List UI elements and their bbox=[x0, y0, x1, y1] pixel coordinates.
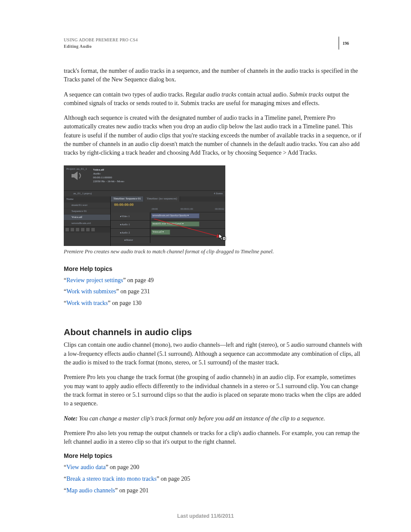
tiny-icon bbox=[91, 228, 95, 231]
note-lead: Note: bbox=[64, 415, 78, 422]
help-tail: ” on page 49 bbox=[123, 277, 154, 283]
speaker-icon bbox=[71, 171, 84, 181]
track-body: severalboats.avi Opacity:Opacity ▾ bbox=[150, 212, 225, 220]
help-link[interactable]: Review project settings bbox=[66, 277, 123, 283]
list-item: Sequence 01 bbox=[64, 208, 110, 215]
help-link-line: “Map audio channels” on page 201 bbox=[64, 485, 364, 497]
more-help-heading-2: More Help topics bbox=[64, 452, 364, 459]
col-header-name: Name bbox=[64, 196, 110, 202]
tick: :00:00 bbox=[151, 208, 158, 210]
help-link[interactable]: Work with tracks bbox=[66, 300, 108, 306]
para-2c: contain actual audio. bbox=[236, 91, 289, 98]
page-number: 196 bbox=[342, 41, 349, 46]
timecode: 00:00:00:00 bbox=[111, 202, 150, 207]
tick: 00:00:02 bbox=[215, 208, 224, 210]
clip-duration: 00:00:11:00000 bbox=[93, 176, 125, 180]
help-link[interactable]: View audio data bbox=[66, 464, 106, 470]
project-panel-header: Project: au_01_1 Voice.aif Audio 00:00:1… bbox=[64, 165, 225, 190]
clip-info: Voice.aif Audio 00:00:11:00000 22050 Hz … bbox=[93, 168, 125, 184]
tiny-icon bbox=[86, 228, 90, 231]
sec2-note: Note: You can change a master clip's tra… bbox=[64, 414, 364, 423]
note-body: You can change a master clip's track for… bbox=[78, 415, 325, 422]
para-2a: A sequence can contain two types of audi… bbox=[64, 91, 206, 98]
track-video1: ▸ Video 1 severalboats.avi Opacity:Opaci… bbox=[111, 212, 225, 221]
term-submix-tracks: Submix tracks bbox=[290, 91, 324, 98]
tiny-icon bbox=[65, 228, 69, 231]
clip-audio2: Voice.aif ▾ bbox=[151, 230, 170, 235]
svg-marker-0 bbox=[72, 171, 78, 180]
items-count: 4 Items bbox=[120, 192, 225, 195]
help-link[interactable]: Map audio channels bbox=[66, 487, 115, 494]
list-item: severalboats.avi bbox=[64, 221, 110, 227]
track-master: ▸ Master bbox=[111, 237, 225, 243]
help-link-line: “Break a stereo track into mono tracks” … bbox=[64, 473, 364, 485]
para-3: Although each sequence is created with t… bbox=[64, 114, 364, 157]
timeline-tab-active: Timeline: Sequence 01 bbox=[111, 196, 144, 202]
track-head-master: ▸ Master bbox=[111, 237, 150, 243]
bin-label: au_01_1.prproj bbox=[64, 192, 120, 195]
help-link-line: “Work with submixes” on page 231 bbox=[64, 286, 364, 298]
clip-kind: Audio bbox=[93, 172, 125, 176]
tiny-icon bbox=[76, 228, 79, 231]
ruler: :00:00 00:00:01:00 00:00:02 bbox=[150, 208, 225, 212]
tick: 00:00:01:00 bbox=[181, 208, 193, 210]
help-tail: ” on page 201 bbox=[115, 487, 149, 494]
help-tail: ” on page 200 bbox=[106, 464, 139, 470]
clip-name: Voice.aif bbox=[93, 168, 125, 172]
term-audio-tracks: audio tracks bbox=[206, 91, 237, 98]
track-head-video1: ▸ Video 1 bbox=[111, 212, 150, 220]
header-right: 196 bbox=[339, 37, 364, 50]
project-title: Project: au_01_1 bbox=[66, 167, 223, 171]
page: USING ADOBE PREMIERE PRO CS4 Editing Aud… bbox=[0, 0, 411, 532]
track-audio1: ▸ Audio 1 music01.wav Volume:Level ▾ bbox=[111, 221, 225, 229]
section2-body: Clips can contain one audio channel (mon… bbox=[64, 341, 364, 446]
book-title: USING ADOBE PREMIERE PRO CS4 bbox=[64, 37, 339, 43]
page-header: USING ADOBE PREMIERE PRO CS4 Editing Aud… bbox=[64, 37, 364, 50]
track-head-audio1: ▸ Audio 1 bbox=[111, 221, 150, 228]
track-label: Video 1 bbox=[121, 215, 130, 218]
sec2-p2: Premiere Pro lets you change the track f… bbox=[64, 373, 364, 408]
sec2-p3: Premiere Pro also lets you remap the out… bbox=[64, 429, 364, 447]
body-text: track's format, the number of audio trac… bbox=[64, 67, 364, 158]
para-2: A sequence can contain two types of audi… bbox=[64, 90, 364, 108]
sec2-p1: Clips can contain one audio channel (mon… bbox=[64, 341, 364, 367]
help-tail: ” on page 205 bbox=[156, 476, 190, 482]
track-head-audio2: ▸ Audio 2 bbox=[111, 229, 150, 236]
panels-area: Name music01.wav Sequence 01 Voice.aif s… bbox=[64, 196, 225, 246]
para-1: track's format, the number of audio trac… bbox=[64, 67, 364, 84]
timeline-panel: Timeline: Sequence 01 Timeline: (no sequ… bbox=[111, 196, 225, 246]
track-label: Audio 1 bbox=[121, 223, 130, 226]
cursor-copy-icon bbox=[218, 233, 226, 241]
tiny-icon bbox=[81, 228, 84, 231]
list-item: music01.wav bbox=[64, 202, 110, 208]
list-item-selected: Voice.aif bbox=[64, 215, 110, 221]
footer-last-updated: Last updated 11/6/2011 bbox=[0, 513, 411, 519]
clip-audio-info: 22050 Hz - 16-bit - Mono bbox=[93, 180, 125, 184]
help-link-line: “View audio data” on page 200 bbox=[64, 462, 364, 473]
help-link[interactable]: Work with submixes bbox=[66, 288, 116, 295]
tiny-icon bbox=[71, 228, 74, 231]
timeline-tabs: Timeline: Sequence 01 Timeline: (no sequ… bbox=[111, 196, 225, 202]
header-divider bbox=[339, 37, 339, 50]
more-help-heading-1: More Help topics bbox=[64, 265, 364, 272]
project-list: Name music01.wav Sequence 01 Voice.aif s… bbox=[64, 196, 111, 246]
track-label: Master bbox=[126, 239, 133, 241]
chapter-title: Editing Audio bbox=[64, 43, 339, 50]
timeline-tab: Timeline: (no sequences) bbox=[144, 196, 180, 202]
help-tail: ” on page 130 bbox=[108, 300, 141, 306]
project-footer-icons bbox=[64, 227, 110, 233]
track-label: Audio 2 bbox=[121, 231, 130, 234]
help-link[interactable]: Break a stereo track into mono tracks bbox=[66, 476, 156, 482]
track-audio2: ▸ Audio 2 Voice.aif ▾ bbox=[111, 229, 225, 237]
project-bin-row: au_01_1.prproj 4 Items bbox=[64, 190, 225, 196]
clip-audio1: music01.wav Volume:Level ▾ bbox=[151, 221, 199, 227]
help-link-line: “Review project settings” on page 49 bbox=[64, 275, 364, 286]
screenshot-caption: Premiere Pro creates new audio track to … bbox=[64, 249, 364, 255]
clip-video: severalboats.avi Opacity:Opacity ▾ bbox=[151, 213, 199, 218]
screenshot: Project: au_01_1 Voice.aif Audio 00:00:1… bbox=[64, 165, 225, 246]
header-left: USING ADOBE PREMIERE PRO CS4 Editing Aud… bbox=[64, 37, 339, 50]
track-body: music01.wav Volume:Level ▾ bbox=[150, 221, 225, 228]
section-heading-channels: About channels in audio clips bbox=[64, 327, 364, 337]
help-link-line: “Work with tracks” on page 130 bbox=[64, 298, 364, 309]
help-tail: ” on page 231 bbox=[116, 288, 150, 295]
